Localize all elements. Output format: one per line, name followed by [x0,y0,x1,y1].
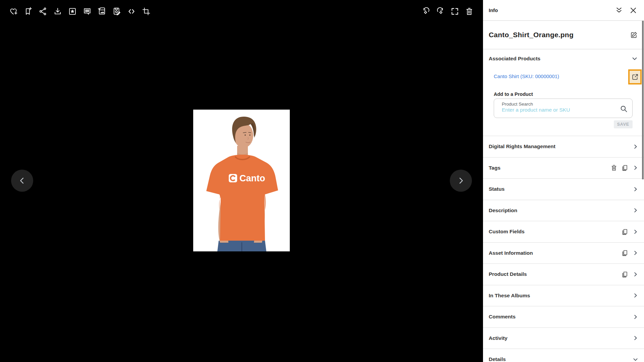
fullscreen-button[interactable] [450,7,459,16]
collapse-all-button[interactable] [615,6,623,14]
section-row-actions [610,164,628,171]
heart-plus-icon [9,7,18,16]
shirt-logo-text: Canto [239,173,265,183]
chevron-right-icon [632,292,639,299]
fullscreen-icon [450,7,459,16]
bookmark-plus-icon [24,7,33,16]
rotate-right-button[interactable] [436,7,445,16]
next-asset-button[interactable] [450,170,472,192]
chevron-right-icon [632,143,639,150]
close-icon [629,6,637,14]
panel-title: Info [489,7,609,13]
chevron-right-icon [632,186,639,192]
info-panel: Info Canto_Shirt_Orange.png Associated P… [483,0,644,362]
add-to-collection-button[interactable] [23,7,33,16]
image-replace-icon [98,7,106,16]
copy-icon[interactable] [621,228,628,235]
section-row-in-these-albums[interactable]: In These Albums [483,285,644,307]
associated-products-header[interactable]: Associated Products [483,49,644,68]
rotate-left-button[interactable] [421,7,430,16]
edit-asset-button[interactable] [112,7,121,16]
previous-asset-button[interactable] [11,170,33,192]
section-row-description[interactable]: Description [483,200,644,222]
section-row-custom-fields[interactable]: Custom Fields [483,221,644,243]
comment-icon [83,7,92,16]
shirt-photo-illustration: Canto [193,110,290,251]
product-search-input[interactable] [502,107,615,113]
section-row-details[interactable]: Details [483,349,644,362]
section-label: Digital Rights Management [489,143,628,149]
section-label: Asset Information [489,250,621,256]
share-button[interactable] [38,7,47,16]
asset-filename: Canto_Shirt_Orange.png [489,31,630,39]
associated-product-link[interactable]: Canto Shirt (SKU: 00000001) [494,73,559,79]
star-box-icon [68,7,77,16]
associated-products-title: Associated Products [489,56,631,62]
embed-button[interactable] [127,7,136,16]
section-label: Tags [489,165,610,171]
download-button[interactable] [53,7,62,16]
chevron-right-icon [632,335,639,341]
viewer-toolbar-right [421,7,474,16]
edit-icon [630,31,638,39]
copy-icon[interactable] [621,164,628,171]
chevron-right-icon [632,250,639,256]
crop-button[interactable] [142,7,151,16]
rotate-right-icon [436,7,445,16]
section-row-digital-rights-management[interactable]: Digital Rights Management [483,136,644,158]
double-chevron-down-icon [615,6,623,14]
download-icon [53,7,62,16]
chevron-right-icon [632,165,639,171]
chevron-right-icon [632,271,639,278]
delete-button[interactable] [465,7,474,16]
section-label: Custom Fields [489,229,621,235]
chevron-down-icon [631,55,638,62]
trash-sm-icon[interactable] [610,164,618,171]
rate-button[interactable] [68,7,77,16]
section-row-actions [621,249,628,256]
section-label: Details [489,356,628,362]
open-product-button-highlighted[interactable] [628,69,642,84]
asset-viewer-stage: Canto [0,0,483,362]
copy-icon[interactable] [621,249,628,256]
asset-preview-image: Canto [193,110,290,251]
section-row-actions [621,271,628,278]
chevron-down-icon [632,356,639,362]
external-link-icon [632,73,639,80]
section-row-tags[interactable]: Tags [483,158,644,179]
embed-code-icon [127,7,136,16]
file-edit-icon [112,7,121,16]
section-label: Comments [489,314,628,320]
crop-icon [142,7,151,16]
close-panel-button[interactable] [629,6,637,14]
replace-image-button[interactable] [97,7,106,16]
save-button[interactable]: SAVE [614,120,633,128]
section-row-comments[interactable]: Comments [483,306,644,328]
search-icon[interactable] [620,105,628,113]
section-row-activity[interactable]: Activity [483,328,644,349]
section-row-product-details[interactable]: Product Details [483,264,644,285]
chevron-right-icon [456,176,466,185]
section-label: In These Albums [489,293,628,299]
chevron-left-icon [17,176,27,185]
section-label: Description [489,207,628,214]
chevron-right-icon [632,229,639,235]
section-label: Status [489,186,628,192]
favorite-button[interactable] [9,7,18,16]
panel-scrollbar[interactable] [642,21,644,179]
rotate-left-icon [422,7,430,16]
product-search-box: Product Search [494,99,633,118]
trash-icon [465,7,474,16]
add-to-product-label: Add to a Product [494,92,533,97]
copy-icon[interactable] [621,271,628,278]
info-panel-header: Info [483,0,644,21]
chevron-right-icon [632,314,639,320]
panel-sections-list: Digital Rights ManagementTagsStatusDescr… [483,136,644,362]
comment-button[interactable] [83,7,92,16]
section-row-status[interactable]: Status [483,179,644,200]
rename-asset-button[interactable] [630,31,638,39]
share-icon [39,7,47,16]
product-search-label: Product Search [502,102,615,107]
section-row-actions [621,228,628,235]
section-row-asset-information[interactable]: Asset Information [483,243,644,264]
